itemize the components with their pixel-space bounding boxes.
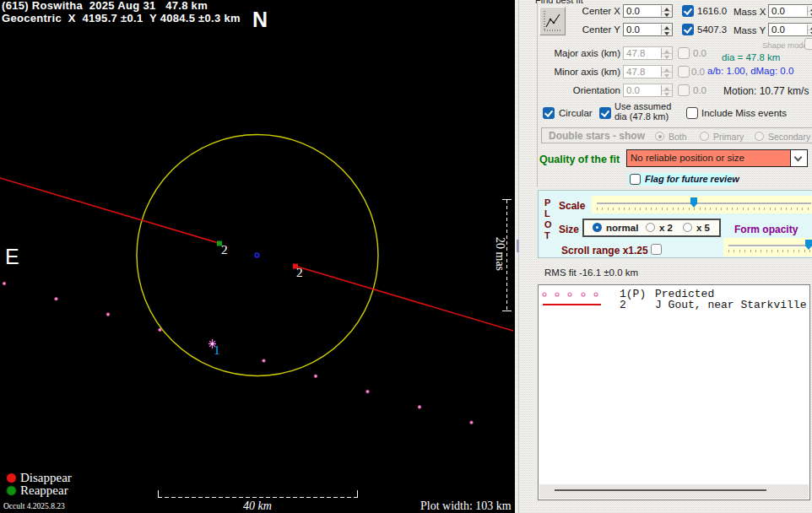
form-opacity-label: Form opacity <box>734 224 798 235</box>
center-y-label: Center Y <box>547 24 620 35</box>
mass-y-field[interactable]: 0.0 <box>768 23 812 36</box>
scroll-range-label: Scroll range x1.25 <box>561 245 648 256</box>
double-both-radio[interactable] <box>655 132 664 141</box>
scale-slider[interactable] <box>592 196 812 213</box>
center-x-label: Center X <box>547 6 620 16</box>
major-axis-label: Major axis (km) <box>547 48 620 58</box>
fit-major-checkbox[interactable] <box>678 47 690 59</box>
major-aux-value: 0.0 <box>693 48 706 58</box>
legend-reappear-label: Reappear <box>20 483 68 498</box>
groupbox-edge <box>537 3 538 187</box>
minor-axis-field[interactable]: 47.8 <box>623 65 673 78</box>
rms-text: RMS fit -16.1 ±0.0 km <box>544 267 638 278</box>
dia-text: dia = 47.8 km <box>722 52 780 62</box>
fit-orientation-checkbox[interactable] <box>678 84 690 96</box>
double-stars-title: Double stars - show <box>549 130 645 142</box>
predicted-marker-number: 1 <box>214 343 220 358</box>
fit-minor-checkbox[interactable] <box>678 66 690 78</box>
observer-name: J Gout, near Starkville <box>655 300 806 310</box>
mass-y-spinner[interactable] <box>807 24 812 35</box>
mass-x-spinner[interactable] <box>807 6 812 16</box>
plot-controls-box: PLOT Scale Size normal x 2 x 5 Form opac… <box>538 190 812 258</box>
quality-label: Quality of the fit <box>539 154 620 165</box>
ab-text: a/b: 1.00, dMag: 0.0 <box>707 66 793 76</box>
orientation-field[interactable]: 0.0 <box>623 84 673 97</box>
flag-review-strip: Flag for future review <box>628 173 734 186</box>
chevron-down-icon <box>794 154 803 162</box>
use-assumed-checkbox[interactable] <box>599 107 611 119</box>
double-stars-groupbox: Double stars - show Both Primary Seconda… <box>541 127 812 143</box>
use-assumed-label: Use assumeddia (47.8 km) <box>614 102 671 122</box>
form-opacity-thumb[interactable] <box>805 240 812 250</box>
size-normal-label: normal <box>606 223 638 233</box>
center-x-field[interactable]: 0.0 <box>623 4 673 18</box>
legend-disappear-dot <box>7 473 16 483</box>
orientation-aux-value: 0.0 <box>693 85 706 95</box>
include-miss-label: Include Miss events <box>701 108 787 118</box>
fit-control-panel: Find best fit Center X 0.0 1616.0 Mass X… <box>513 0 812 513</box>
major-axis-field[interactable]: 47.8 <box>623 46 673 60</box>
flag-review-label: Flag for future review <box>645 174 739 184</box>
app-version: Occult 4.2025.8.23 <box>3 502 65 510</box>
center-y-field[interactable]: 0.0 <box>623 23 673 36</box>
offset-y-value: 5407.3 <box>697 24 727 35</box>
circular-checkbox[interactable] <box>543 107 555 119</box>
double-secondary-radio[interactable] <box>755 132 764 141</box>
shape-model-label: Shape model <box>762 40 809 50</box>
form-opacity-ticks <box>728 250 812 252</box>
hscrollbar-thumb[interactable] <box>555 489 766 491</box>
plot-title-line1: (615) Roswitha 2025 Aug 31 47.8 km <box>2 0 208 12</box>
double-both-label: Both <box>669 132 687 142</box>
minor-axis-label: Minor axis (km) <box>547 67 620 77</box>
splitter-handle <box>517 240 519 252</box>
major-axis-spinner[interactable] <box>661 48 672 58</box>
horizontal-scale-bar <box>158 490 358 498</box>
motion-text: Motion: 10.77 km/s <box>723 85 809 97</box>
mass-x-field[interactable]: 0.0 <box>768 4 812 18</box>
minor-aux-value: 0.0 <box>691 67 705 77</box>
offset-x-value: 1616.0 <box>697 6 727 16</box>
size-normal-radio[interactable] <box>593 223 602 232</box>
scale-label: Scale <box>559 200 585 212</box>
panel-edge-line <box>518 0 519 513</box>
shape-model-checkbox[interactable] <box>804 38 812 50</box>
double-secondary-label: Secondary <box>768 132 810 142</box>
quality-combobox[interactable]: No reliable position or size <box>626 149 808 167</box>
center-x-spinner[interactable] <box>661 6 672 16</box>
listbox-hscrollbar[interactable] <box>539 484 809 499</box>
size-x5-label: x 5 <box>696 223 710 233</box>
scale-slider-ticks <box>597 208 811 210</box>
observer-listbox[interactable]: 1(P) Predicted 2 J Gout, near Starkville <box>538 284 810 500</box>
quality-value: No reliable position or size <box>631 153 744 163</box>
fit-x-checkbox[interactable] <box>682 5 694 17</box>
mass-y-label: Mass Y <box>734 25 766 35</box>
double-primary-radio[interactable] <box>700 132 709 141</box>
fit-y-checkbox[interactable] <box>682 24 694 35</box>
double-primary-label: Primary <box>713 132 744 142</box>
flag-review-checkbox[interactable] <box>630 174 641 185</box>
quality-dropdown-button[interactable] <box>790 150 807 166</box>
size-x2-label: x 2 <box>659 223 673 233</box>
plot-width-label: Plot width: 103 km <box>420 500 512 513</box>
scale-slider-track <box>597 202 811 205</box>
size-groupbox: normal x 2 x 5 <box>582 219 721 237</box>
size-x2-radio[interactable] <box>646 223 655 232</box>
occultation-plot: (615) Roswitha 2025 Aug 31 47.8 km Geoce… <box>0 0 515 513</box>
predicted-path-dots <box>3 282 473 424</box>
form-opacity-slider[interactable] <box>723 238 812 256</box>
north-label: N <box>252 8 268 32</box>
h-scale-label: 40 km <box>243 500 272 513</box>
scroll-range-checkbox[interactable] <box>651 244 662 255</box>
scale-slider-thumb[interactable] <box>690 197 697 208</box>
size-label: Size <box>559 224 579 235</box>
size-x5-radio[interactable] <box>683 223 692 232</box>
center-y-spinner[interactable] <box>661 24 672 35</box>
form-opacity-track <box>728 245 812 247</box>
observer-row-gout[interactable]: 2 J Gout, near Starkville <box>539 300 809 310</box>
minor-axis-spinner[interactable] <box>661 67 672 77</box>
mass-x-label: Mass X <box>734 7 766 17</box>
plot-title-line2: Geocentric X 4195.7 ±0.1 Y 4084.5 ±0.3 k… <box>2 12 241 24</box>
include-miss-checkbox[interactable] <box>686 107 698 119</box>
orientation-spinner[interactable] <box>661 85 672 95</box>
plot-vertical-label: PLOT <box>544 197 553 241</box>
